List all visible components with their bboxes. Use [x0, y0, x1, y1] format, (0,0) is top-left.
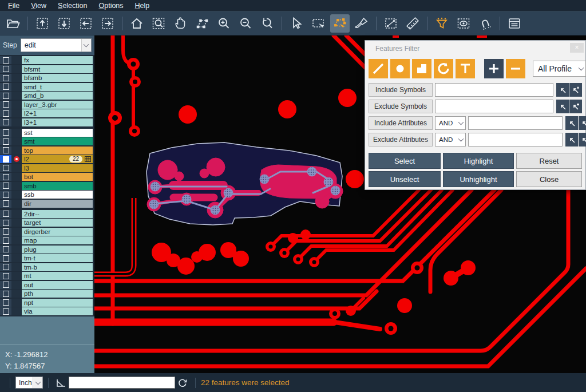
layer-chip[interactable]: tm-b [22, 263, 93, 271]
layer-row-ssb[interactable]: ssb [0, 191, 94, 199]
pick-add-from-canvas-icon[interactable] [569, 100, 582, 113]
layer-indicator[interactable] [11, 272, 21, 280]
layer-indicator[interactable] [11, 228, 21, 236]
layer-chip[interactable]: bfsmb [22, 74, 93, 82]
layer-visibility-checkbox[interactable] [0, 228, 11, 236]
zoom-in-button[interactable] [214, 14, 233, 33]
layer-row-l2[interactable]: l222 [0, 155, 94, 163]
layer-row-npt[interactable]: npt [0, 299, 94, 307]
layer-chip[interactable]: target [22, 219, 93, 227]
and-or-select[interactable]: AND [435, 116, 466, 130]
zoom-area-button[interactable] [149, 14, 168, 33]
layer-chip[interactable]: dirgerber [22, 228, 93, 236]
layer-indicator[interactable] [11, 191, 21, 199]
layer-chip[interactable]: bfsmt [22, 65, 93, 73]
layer-visibility-checkbox[interactable] [0, 146, 11, 155]
layer-indicator[interactable] [11, 182, 21, 190]
layer-chip[interactable]: map [22, 236, 93, 244]
pick-add-from-canvas-icon[interactable] [569, 83, 582, 97]
layer-visibility-checkbox[interactable] [0, 191, 11, 199]
paste-right-button[interactable] [98, 14, 117, 33]
menu-selection[interactable]: Selection [52, 2, 93, 10]
layer-indicator[interactable] [11, 56, 21, 64]
layer-row-via[interactable]: via [0, 307, 94, 315]
layer-chip[interactable]: mt [22, 272, 93, 280]
pick-add-from-canvas-icon[interactable] [579, 133, 586, 146]
layer-visibility-checkbox[interactable] [0, 281, 11, 289]
layer-chip[interactable]: fx [22, 56, 93, 64]
filter-remove-icon[interactable] [506, 59, 525, 78]
profile-select[interactable]: All Profile [533, 61, 586, 77]
filter-value-input[interactable] [435, 100, 553, 113]
include-symbols-button[interactable]: Include Symbols [369, 83, 433, 97]
filter-arc-icon[interactable] [434, 59, 453, 78]
layer-chip[interactable]: bot [22, 173, 93, 181]
layer-indicator[interactable] [11, 65, 21, 73]
layer-row-target[interactable]: target [0, 219, 94, 227]
layer-row-tm-b[interactable]: tm-b [0, 263, 94, 271]
view-options-button[interactable] [454, 14, 473, 33]
layer-visibility-checkbox[interactable] [0, 182, 11, 190]
home-view-button[interactable] [127, 14, 146, 33]
layer-row-layer_3.gbr[interactable]: layer_3.gbr [0, 101, 94, 109]
filter-value-input[interactable] [468, 133, 563, 146]
select-rectangle-button[interactable] [308, 14, 328, 33]
layer-indicator[interactable] [11, 307, 21, 315]
layer-visibility-checkbox[interactable] [0, 101, 11, 109]
layer-visibility-checkbox[interactable] [0, 173, 11, 181]
layer-row-dirgerber[interactable]: dirgerber [0, 228, 94, 236]
layer-chip[interactable]: smt [22, 137, 93, 145]
step-select[interactable]: edit [21, 38, 92, 52]
layer-indicator[interactable] [11, 246, 21, 254]
layer-visibility-checkbox[interactable] [0, 290, 11, 298]
layer-visibility-checkbox[interactable] [0, 129, 11, 137]
pick-from-canvas-icon[interactable] [556, 100, 569, 113]
pick-from-canvas-icon[interactable] [565, 133, 578, 146]
units-select[interactable]: Inch [15, 377, 43, 389]
layer-visibility-checkbox[interactable] [0, 155, 11, 163]
layer-row-l3[interactable]: l3 [0, 164, 94, 172]
measure-ruler-button[interactable] [403, 14, 422, 33]
layer-chip[interactable]: ssb [22, 191, 93, 199]
exclude-attributes-button[interactable]: Exclude Attributes [369, 133, 433, 146]
close-button[interactable]: Close [516, 171, 582, 187]
layer-chip[interactable]: dir [22, 200, 93, 208]
layer-indicator[interactable] [11, 164, 21, 172]
paste-left-button[interactable] [76, 14, 96, 33]
layer-indicator[interactable] [11, 92, 21, 100]
menu-help[interactable]: Help [129, 2, 156, 10]
layer-row-dir[interactable]: dir [0, 200, 94, 208]
layer-chip[interactable]: smb [22, 182, 93, 190]
layer-chip[interactable]: sst [22, 129, 93, 137]
include-attributes-button[interactable]: Include Attributes [369, 116, 433, 130]
exclude-symbols-button[interactable]: Exclude Symbols [369, 100, 433, 113]
layer-row-sst[interactable]: sst [0, 129, 94, 137]
active-layer-indicator[interactable] [11, 155, 21, 163]
layer-chip[interactable]: tm-t [22, 254, 93, 262]
layer-indicator[interactable] [11, 101, 21, 109]
layer-indicator[interactable] [11, 137, 21, 145]
open-folder-button[interactable] [3, 14, 23, 33]
layer-visibility-checkbox[interactable] [0, 254, 11, 262]
layer-indicator[interactable] [11, 219, 21, 227]
layer-row-out[interactable]: out [0, 281, 94, 289]
layers-panel-button[interactable] [505, 14, 524, 33]
angle-mode-icon[interactable] [56, 378, 66, 387]
layer-indicator[interactable] [11, 74, 21, 82]
filter-surface-icon[interactable] [412, 59, 431, 78]
layer-indicator[interactable] [11, 263, 21, 271]
select-button[interactable]: Select [369, 153, 441, 169]
layer-indicator[interactable] [11, 118, 21, 126]
dialog-titlebar[interactable]: Features Filter × [365, 41, 585, 56]
layer-visibility-checkbox[interactable] [0, 246, 11, 254]
layer-row-l3+1[interactable]: l3+1 [0, 118, 94, 126]
close-icon[interactable]: × [570, 43, 584, 53]
layer-row-mt[interactable]: mt [0, 272, 94, 280]
filter-text-icon[interactable] [456, 59, 475, 78]
layer-indicator[interactable] [11, 254, 21, 262]
layer-visibility-checkbox[interactable] [0, 307, 11, 315]
layer-row-smd_t[interactable]: smd_t [0, 83, 94, 91]
layer-chip[interactable]: plug [22, 246, 93, 254]
layer-visibility-checkbox[interactable] [0, 92, 11, 100]
layer-indicator[interactable] [11, 281, 21, 289]
